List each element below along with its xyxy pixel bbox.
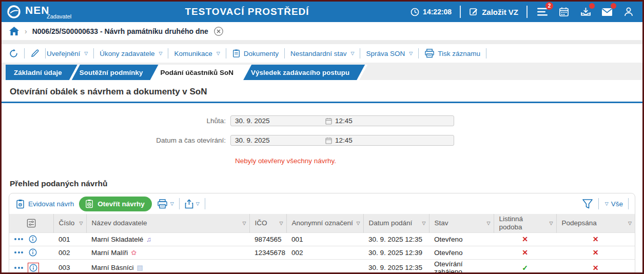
cell-submitted-value: 30. 9. 2025 12:35 [368,236,422,243]
column-header-datum-podání: Datum podání▽ [363,214,429,232]
opening-form: Lhůta:30. 9. 202512:45Datum a čas otevír… [9,103,635,146]
register-proposal-button[interactable]: Evidovat návrh [15,199,74,209]
row-actions [14,248,48,257]
clipboard-gear-icon [15,199,25,209]
breadcrumb-record[interactable]: N006/25/S00000633 - Návrh památníku druh… [32,27,208,35]
column-settings-icon[interactable] [12,219,50,228]
open-proposals-button[interactable]: Otevřít návrhy [79,197,152,211]
actionbar-menu-tisk-z-znamu[interactable]: Tisk záznamu [419,49,486,58]
refresh-button[interactable] [8,49,24,58]
calendar-icon [325,118,332,125]
column-header-anonymní-označení: Anonymní označení▽ [286,214,363,232]
record-action-bar: Uveřejnění▽Úkony zadavatele▽Komunikace▽D… [2,44,642,63]
messages-button[interactable] [600,5,614,18]
task-menu-button[interactable]: 2 [536,5,549,18]
open-book-icon: ▤ [137,264,143,271]
main-content: Otevírání obálek s návrhem a dokumenty v… [2,80,642,274]
inbox-button[interactable] [579,5,592,18]
column-header-label: Podepsána [562,219,597,227]
cell-signed: ✕ [556,232,635,246]
cell-signed: ✕ [556,246,635,259]
sort-filter-icon[interactable]: ▽ [422,221,426,226]
cell-number: 002 [53,246,86,259]
actionbar-menu-dokumenty[interactable]: Dokumenty [226,49,284,58]
cell-ico: 9874565 [249,232,286,246]
table-section-title: Přehled podaných návrhů [9,179,635,188]
datetime-input[interactable]: 30. 9. 202512:45 [230,115,454,126]
actionbar-menu-komunikace[interactable]: Komunikace▽ [168,50,225,57]
open-proposals-label: Otevřít návrhy [97,200,145,208]
column-header-label: Listinná podoba [499,215,523,231]
calendar-button[interactable] [557,5,571,18]
column-header-label: IČO [255,219,267,227]
tab-wrap: Výsledek zadávacího postupu [243,65,365,80]
info-icon-highlighted[interactable] [28,263,39,273]
cell-number-value: 001 [58,236,70,243]
tab-základní-údaje[interactable]: Základní údaje [6,65,77,80]
cell-ico: 12345678 [249,246,286,259]
cross-icon: ✕ [522,235,528,243]
pencil-icon [30,49,40,58]
sort-filter-icon[interactable]: ▽ [280,221,283,226]
row-menu-dots[interactable] [14,238,23,240]
table-header-row: Číslo▽Název dodavatele▽IČO▽Anonymní ozna… [9,214,635,232]
export-table-button[interactable]: ▽ [185,199,200,209]
cell-number: 003 [53,259,86,274]
cell-status: Otevřeno [429,246,494,259]
tab-podání-účastníků-son[interactable]: Podání účastníků SoN [152,65,249,80]
export-icon [185,199,193,209]
printer-icon [157,199,168,209]
sort-filter-icon[interactable]: ▽ [243,221,246,226]
filter-scope-label: Vše [611,200,623,208]
create-tender-button[interactable]: Založit VZ [469,7,518,16]
sort-filter-icon[interactable]: ▽ [487,221,491,226]
tab-výsledek-zadávacího-postupu[interactable]: Výsledek zadávacího postupu [243,65,365,80]
toolbar-separator [628,198,629,209]
filter-scope-dropdown[interactable]: ▽ Vše [604,200,623,208]
clipboard-icon [232,49,241,58]
actionbar-menu--kony-zadavatele[interactable]: Úkony zadavatele▽ [94,50,168,57]
field-label: Datum a čas otevírání: [9,136,230,144]
actionbar-menu-uve-ejn-n-[interactable]: Uveřejnění▽ [46,50,93,57]
messages-alert-badge [611,3,616,9]
cell-submitted-value: 30. 9. 2025 12:35 [368,264,422,271]
tab-soutěžní-podmínky[interactable]: Soutěžní podmínky [71,65,159,80]
close-record-icon[interactable] [213,26,224,36]
cell-status: Otevřeno [429,232,494,246]
sort-filter-icon[interactable]: ▽ [80,221,83,226]
row-menu-dots[interactable] [14,251,23,253]
sort-filter-icon[interactable]: ▽ [550,221,553,226]
chevron-down-icon: ▽ [351,51,355,56]
actionbar-menu-nestandardn-stav[interactable]: Nestandardní stav▽ [285,50,360,57]
print-table-button[interactable]: ▽ [157,199,174,209]
cross-icon: ✕ [522,248,528,257]
cell-paper-form: ✕ [494,232,556,246]
nen-logo-icon [7,5,21,19]
filter-icon[interactable] [582,199,593,209]
tab-wrap: Soutěžní podmínky [71,65,159,80]
divider [2,40,642,44]
home-icon[interactable] [9,26,19,36]
calendar-icon [559,7,569,17]
sort-filter-icon[interactable]: ▽ [357,221,360,226]
datetime-input[interactable]: 30. 9. 202512:45 [230,135,454,146]
column-header-label: Anonymní označení [292,219,353,227]
sort-filter-icon[interactable]: ▽ [628,221,632,226]
actionbar-menu-spr-va-son[interactable]: Správa SON▽ [360,50,418,57]
edit-button[interactable] [25,49,45,58]
table-row: 002Marní Malíři✿1234567800230. 9. 2025 1… [9,246,635,259]
cell-status-value: Otevřeno [434,249,463,257]
form-row: Datum a čas otevírání:30. 9. 202512:45 [9,135,635,146]
breadcrumb-chevron-icon: › [25,27,27,35]
user-profile-button[interactable] [622,5,635,18]
info-icon-wrap[interactable] [28,234,38,244]
info-icon-wrap[interactable] [28,248,38,257]
chevron-down-icon: ▽ [159,51,163,56]
column-header-label: Stav [435,219,448,227]
actionbar-menu-label: Nestandardní stav [290,50,347,57]
column-settings-header [9,214,53,232]
tab-wrap: Základní údaje [6,65,77,80]
column-header-ičo: IČO▽ [249,214,286,232]
row-actions-cell [9,246,53,259]
row-menu-dots[interactable] [14,267,23,269]
